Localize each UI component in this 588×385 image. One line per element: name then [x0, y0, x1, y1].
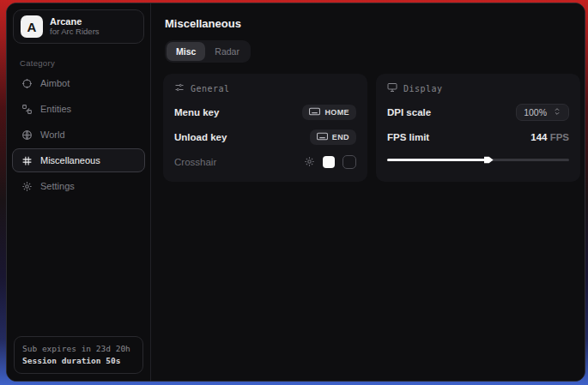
main-content: Miscellaneous Misc Radar General Menu ke… — [151, 3, 585, 381]
tab-misc[interactable]: Misc — [167, 42, 205, 61]
keyboard-icon — [317, 132, 328, 142]
dpi-scale-value: 100% — [524, 107, 547, 117]
dpi-scale-select[interactable]: 100% — [516, 104, 569, 121]
general-card-title: General — [191, 84, 230, 93]
brand-text: Arcane for Arc Riders — [50, 16, 118, 37]
refresh-icon[interactable] — [125, 21, 136, 33]
fps-limit-row: FPS limit 144 FPS — [387, 128, 569, 146]
page-title: Miscellaneous — [165, 17, 580, 30]
app-name: Arcane — [50, 16, 118, 27]
sidebar-item-label: Aimbot — [40, 78, 70, 88]
panels-row: General Menu key HOME Unload key — [163, 74, 580, 182]
unload-key-value: END — [332, 133, 349, 141]
session-info-box: Sub expires in 23d 20h Session duration … — [14, 336, 143, 375]
unload-key-row: Unload key END — [174, 128, 356, 146]
tab-radar[interactable]: Radar — [205, 42, 249, 61]
sidebar-item-settings[interactable]: Settings — [12, 174, 145, 198]
slider-fill-and-thumb[interactable] — [387, 159, 488, 161]
display-card-title: Display — [403, 84, 443, 93]
sidebar-item-label: World — [40, 129, 65, 140]
sidebar-item-aimbot[interactable]: Aimbot — [12, 71, 145, 95]
crosshair-checkbox[interactable] — [342, 155, 356, 169]
sidebar-item-entities[interactable]: Entities — [12, 97, 145, 121]
dpi-scale-row: DPI scale 100% — [387, 103, 569, 121]
sub-expiry-text: Sub expires in 23d 20h — [22, 343, 135, 355]
sidebar-item-label: Entities — [40, 104, 71, 114]
menu-key-button[interactable]: HOME — [302, 105, 356, 120]
chevrons-up-down-icon — [553, 107, 561, 117]
fps-limit-value: 144 FPS — [530, 132, 569, 142]
sidebar-item-world[interactable]: World — [12, 123, 145, 147]
sidebar-item-label: Settings — [40, 181, 75, 191]
category-label: Category — [20, 58, 150, 68]
gear-icon — [21, 180, 33, 192]
sliders-icon — [174, 82, 185, 94]
tab-bar: Misc Radar — [165, 40, 251, 63]
crosshair-controls — [304, 155, 356, 169]
session-duration-text: Session duration 50s — [22, 355, 135, 367]
sidebar-item-label: Miscellaneous — [40, 155, 100, 165]
brand-card: A Arcane for Arc Riders — [13, 9, 144, 44]
crosshair-settings-gear-icon[interactable] — [304, 156, 315, 167]
app-subtitle: for Arc Riders — [50, 27, 118, 37]
menu-key-value: HOME — [324, 108, 349, 117]
fps-number: 144 — [530, 132, 547, 142]
crosshair-label: Crosshair — [174, 157, 216, 167]
sidebar-item-miscellaneous[interactable]: Miscellaneous — [12, 148, 145, 172]
fps-unit: FPS — [550, 132, 569, 142]
crosshair-row: Crosshair — [174, 153, 356, 171]
crosshair-color-swatch[interactable] — [323, 156, 335, 168]
fps-limit-slider[interactable] — [387, 154, 569, 165]
app-logo: A — [21, 15, 43, 38]
general-card-header: General — [174, 82, 356, 94]
keyboard-icon — [309, 107, 320, 117]
entities-icon — [21, 103, 33, 115]
unload-key-label: Unload key — [174, 132, 227, 142]
grid-icon — [21, 154, 33, 166]
sidebar-spacer — [7, 198, 150, 329]
sidebar: A Arcane for Arc Riders Category Aimbot — [7, 3, 151, 381]
display-card-header: Display — [387, 82, 569, 94]
menu-key-row: Menu key HOME — [174, 103, 356, 121]
globe-icon — [21, 129, 33, 141]
monitor-icon — [387, 82, 397, 94]
fps-limit-label: FPS limit — [387, 132, 429, 142]
display-card: Display DPI scale 100% FPS limit — [376, 74, 580, 182]
menu-key-label: Menu key — [174, 107, 219, 117]
sidebar-nav: Aimbot Entities World — [7, 71, 150, 198]
dpi-scale-label: DPI scale — [387, 107, 431, 117]
general-card: General Menu key HOME Unload key — [163, 74, 367, 182]
unload-key-button[interactable]: END — [310, 129, 356, 145]
app-window: A Arcane for Arc Riders Category Aimbot — [6, 3, 585, 382]
crosshair-icon — [21, 77, 33, 89]
